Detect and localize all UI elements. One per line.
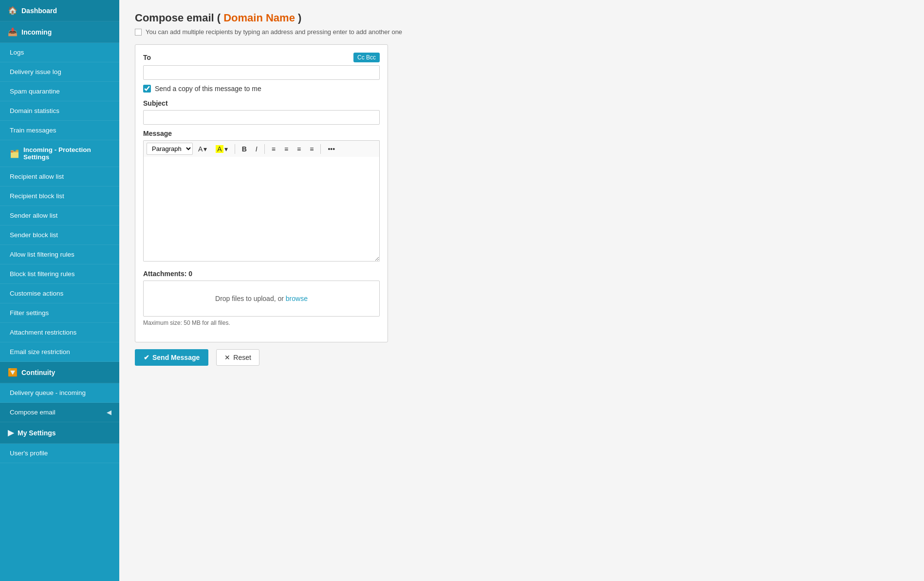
message-label: Message xyxy=(143,130,380,137)
align-right-button[interactable]: ≡ xyxy=(294,143,304,155)
align-left-icon: ≡ xyxy=(272,145,276,153)
justify-icon: ≡ xyxy=(310,145,314,153)
align-right-icon: ≡ xyxy=(297,145,301,153)
times-icon: ✕ xyxy=(224,354,230,361)
message-toolbar: Paragraph A ▾ A ▾ B I ≡ ≡ xyxy=(143,140,380,157)
sidebar-item-my-settings[interactable]: ▶ My Settings xyxy=(0,422,119,444)
compose-form: To Cc Bcc Send a copy of this message to… xyxy=(135,44,388,342)
sidebar-item-delivery-queue[interactable]: Delivery queue - incoming xyxy=(0,383,119,403)
info-checkbox-icon xyxy=(135,29,142,36)
sidebar: 🏠 Dashboard 📥 Incoming Logs Delivery iss… xyxy=(0,0,119,581)
reset-button[interactable]: ✕ Reset xyxy=(216,349,259,366)
more-options-button[interactable]: ••• xyxy=(324,143,338,155)
main-content: Compose email ( Domain Name ) You can ad… xyxy=(119,0,924,581)
sidebar-item-block-list-filtering[interactable]: Block list filtering rules xyxy=(0,264,119,284)
sidebar-item-incoming-protection[interactable]: 🗂️ Incoming - Protection Settings xyxy=(0,140,119,167)
sidebar-item-recipient-block-list[interactable]: Recipient block list xyxy=(0,187,119,206)
toolbar-sep-2 xyxy=(264,144,265,154)
copy-to-me-row: Send a copy of this message to me xyxy=(143,85,380,93)
info-text: You can add multiple recipients by typin… xyxy=(146,28,402,36)
sidebar-item-compose-email[interactable]: Compose email ◀ xyxy=(0,403,119,422)
font-color-icon: A xyxy=(198,145,203,153)
form-actions: ✔ Send Message ✕ Reset xyxy=(135,349,908,366)
justify-button[interactable]: ≡ xyxy=(306,143,317,155)
align-center-icon: ≡ xyxy=(284,145,288,153)
sidebar-item-spam-quarantine[interactable]: Spam quarantine xyxy=(0,82,119,101)
domain-name: Domain Name xyxy=(223,12,295,24)
sidebar-item-dashboard[interactable]: 🏠 Dashboard xyxy=(0,0,119,21)
sidebar-item-logs[interactable]: Logs xyxy=(0,43,119,62)
paragraph-select[interactable]: Paragraph xyxy=(147,143,193,155)
toolbar-sep-1 xyxy=(235,144,235,154)
sidebar-item-allow-list-filtering[interactable]: Allow list filtering rules xyxy=(0,245,119,264)
protection-icon: 🗂️ xyxy=(10,149,19,158)
toolbar-sep-3 xyxy=(320,144,321,154)
sidebar-item-domain-statistics[interactable]: Domain statistics xyxy=(0,101,119,121)
bold-button[interactable]: B xyxy=(239,143,250,155)
subject-input[interactable] xyxy=(143,110,380,125)
browse-link[interactable]: browse xyxy=(286,295,308,302)
info-bar: You can add multiple recipients by typin… xyxy=(135,28,908,36)
highlight-arrow: ▾ xyxy=(224,145,228,153)
subject-label: Subject xyxy=(143,99,380,107)
italic-icon: I xyxy=(256,145,258,153)
dashboard-icon: 🏠 xyxy=(8,6,18,15)
incoming-icon: 📥 xyxy=(8,27,18,37)
sidebar-item-delivery-issue-log[interactable]: Delivery issue log xyxy=(0,62,119,82)
font-color-arrow: ▾ xyxy=(203,145,207,153)
more-icon: ••• xyxy=(328,145,335,153)
copy-label[interactable]: Send a copy of this message to me xyxy=(155,85,261,93)
settings-icon: ▶ xyxy=(8,428,14,437)
sidebar-item-user-profile[interactable]: User's profile xyxy=(0,444,119,463)
highlight-button[interactable]: A ▾ xyxy=(212,143,231,155)
send-message-button[interactable]: ✔ Send Message xyxy=(135,349,208,366)
copy-checkbox[interactable] xyxy=(143,85,151,93)
italic-button[interactable]: I xyxy=(252,143,261,155)
sidebar-item-incoming[interactable]: 📥 Incoming xyxy=(0,21,119,43)
font-color-button[interactable]: A ▾ xyxy=(195,143,210,155)
sidebar-item-recipient-allow-list[interactable]: Recipient allow list xyxy=(0,167,119,187)
sidebar-item-sender-block-list[interactable]: Sender block list xyxy=(0,225,119,245)
align-left-button[interactable]: ≡ xyxy=(268,143,279,155)
sidebar-item-customise-actions[interactable]: Customise actions xyxy=(0,284,119,303)
to-input[interactable] xyxy=(143,65,380,80)
sidebar-item-email-size-restriction[interactable]: Email size restriction xyxy=(0,342,119,362)
collapse-icon: ◀ xyxy=(107,409,111,416)
to-label: To Cc Bcc xyxy=(143,53,380,62)
sidebar-item-train-messages[interactable]: Train messages xyxy=(0,121,119,140)
cc-bcc-button[interactable]: Cc Bcc xyxy=(353,53,380,62)
drop-zone[interactable]: Drop files to upload, or browse xyxy=(143,281,380,317)
align-center-button[interactable]: ≡ xyxy=(281,143,292,155)
sidebar-item-filter-settings[interactable]: Filter settings xyxy=(0,303,119,323)
message-input[interactable] xyxy=(143,157,380,262)
continuity-icon: 🔽 xyxy=(8,368,18,377)
sidebar-item-continuity[interactable]: 🔽 Continuity xyxy=(0,362,119,383)
drop-text: Drop files to upload, or xyxy=(215,295,286,302)
highlight-icon: A xyxy=(216,145,223,153)
page-title: Compose email ( Domain Name ) xyxy=(135,12,908,24)
sidebar-item-attachment-restrictions[interactable]: Attachment restrictions xyxy=(0,323,119,342)
sidebar-item-sender-allow-list[interactable]: Sender allow list xyxy=(0,206,119,225)
max-size-text: Maximum size: 50 MB for all files. xyxy=(143,319,380,326)
attachments-label: Attachments: 0 xyxy=(143,270,380,278)
checkmark-icon: ✔ xyxy=(144,354,149,361)
bold-icon: B xyxy=(242,145,247,153)
